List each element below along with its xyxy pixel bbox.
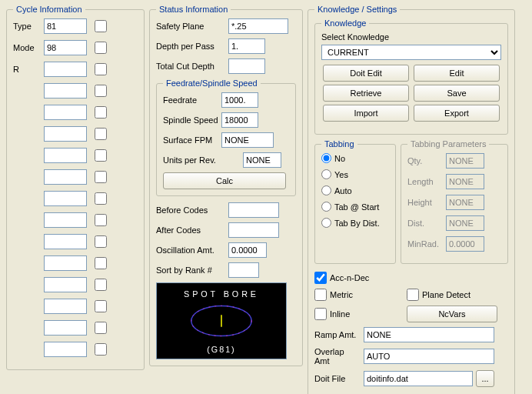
cycle-input-5[interactable]: [44, 105, 87, 120]
type-label: Type: [13, 22, 44, 31]
units-per-rev-input[interactable]: [243, 152, 281, 168]
length-input: [446, 174, 484, 189]
after-codes-label: After Codes: [156, 225, 225, 235]
units-per-rev-label: Units per Rev.: [163, 155, 240, 165]
doit-file-input[interactable]: [364, 371, 473, 386]
cycle-checkbox-16[interactable]: [95, 343, 107, 356]
cycle-input-10[interactable]: [44, 212, 87, 228]
height-label: Height: [407, 198, 446, 207]
after-codes-input[interactable]: [228, 222, 279, 238]
tabbing-start-radio[interactable]: [321, 202, 331, 212]
mode-input[interactable]: [44, 40, 87, 55]
ramp-amt-input[interactable]: [364, 327, 494, 342]
cycle-input-9[interactable]: [44, 191, 87, 206]
cycle-checkbox-5[interactable]: [95, 106, 107, 119]
doit-file-label: Doit File: [314, 374, 361, 383]
inline-checkbox[interactable]: [314, 308, 327, 320]
tabbing-auto-label: Auto: [334, 186, 352, 195]
type-input[interactable]: [44, 18, 87, 34]
knowledge-settings-group: Knowledge / Settings Knowledge Select Kn…: [308, 5, 515, 394]
cycle-input-12[interactable]: [44, 255, 87, 271]
tabbing-auto-radio[interactable]: [321, 185, 331, 195]
cycle-input-16[interactable]: [44, 342, 87, 357]
edit-button[interactable]: Edit: [414, 65, 500, 82]
cycle-information-legend: Cycle Information: [13, 5, 85, 14]
r-label: R: [13, 65, 44, 74]
tabbing-yes-radio[interactable]: [321, 169, 331, 179]
sort-by-rank-label: Sort by Rank #: [156, 265, 225, 275]
import-button[interactable]: Import: [323, 105, 409, 122]
doit-edit-button[interactable]: Doit Edit: [323, 65, 409, 82]
sort-by-rank-input[interactable]: [228, 262, 259, 278]
tabbing-yes-label: Yes: [334, 170, 348, 179]
cycle-checkbox-12[interactable]: [95, 257, 107, 269]
surface-fpm-input[interactable]: [221, 132, 274, 148]
depth-per-pass-input[interactable]: [228, 38, 265, 54]
surface-fpm-label: Surface FPM: [163, 135, 218, 145]
status-information-group: Status Information Safety Plane Depth pe…: [149, 5, 303, 366]
cycle-input-15[interactable]: [44, 320, 87, 336]
preview-text-1: SPOT BORE: [184, 289, 259, 299]
cycle-input-7[interactable]: [44, 148, 87, 163]
mode-checkbox[interactable]: [95, 42, 107, 54]
overlap-amt-label: Overlap Amt: [314, 347, 361, 366]
tabbing-no-radio[interactable]: [321, 153, 331, 163]
tabbing-legend: Tabbing: [321, 139, 357, 149]
cycle-input-4[interactable]: [44, 83, 87, 98]
inline-label: Inline: [330, 309, 404, 319]
cycle-checkbox-8[interactable]: [95, 171, 107, 183]
type-checkbox[interactable]: [95, 20, 107, 32]
export-button[interactable]: Export: [414, 105, 500, 122]
cycle-input-13[interactable]: [44, 277, 87, 292]
cycle-input-14[interactable]: [44, 299, 87, 314]
preview-text-2: (G81): [207, 345, 235, 354]
select-knowledge-label: Select Knowledge: [321, 32, 501, 42]
overlap-amt-input[interactable]: [364, 349, 494, 364]
cycle-checkbox-6[interactable]: [95, 128, 107, 140]
length-label: Length: [407, 177, 446, 186]
qty-label: Qty.: [407, 156, 446, 165]
cycle-checkbox-9[interactable]: [95, 192, 107, 205]
depth-per-pass-label: Depth per Pass: [156, 42, 225, 51]
safety-plane-input[interactable]: [228, 18, 288, 34]
cycle-input-11[interactable]: [44, 234, 87, 249]
cycle-checkbox-4[interactable]: [95, 85, 107, 97]
feedrate-input[interactable]: [221, 92, 258, 108]
cycle-input-8[interactable]: [44, 169, 87, 185]
cycle-checkbox-11[interactable]: [95, 235, 107, 248]
minrad-input: [446, 236, 484, 252]
knowledge-settings-legend: Knowledge / Settings: [314, 5, 400, 14]
tabbing-parameters-legend: Tabbing Parameters: [407, 139, 489, 149]
cycle-checkbox-15[interactable]: [95, 322, 107, 334]
plane-detect-checkbox[interactable]: [407, 289, 419, 301]
height-input: [446, 195, 484, 210]
save-button[interactable]: Save: [414, 85, 500, 102]
cycle-checkbox-10[interactable]: [95, 214, 107, 226]
metric-checkbox[interactable]: [314, 289, 327, 301]
cycle-checkbox-14[interactable]: [95, 300, 107, 312]
acc-n-dec-checkbox[interactable]: [314, 272, 327, 284]
doit-file-browse-button[interactable]: ...: [476, 370, 494, 387]
retrieve-button[interactable]: Retrieve: [323, 85, 409, 102]
calc-button[interactable]: Calc: [163, 172, 286, 189]
status-information-legend: Status Information: [156, 5, 231, 14]
cycle-input-6[interactable]: [44, 126, 87, 142]
knowledge-select[interactable]: CURRENT: [321, 45, 501, 60]
preview-panel: SPOT BORE (G81): [156, 282, 287, 359]
before-codes-input[interactable]: [228, 202, 279, 218]
ramp-amt-label: Ramp Amt.: [314, 330, 361, 339]
cycle-checkbox-13[interactable]: [95, 279, 107, 291]
cycle-checkbox-7[interactable]: [95, 149, 107, 162]
tabbing-start-label: Tab @ Start: [334, 202, 379, 212]
r-input[interactable]: [44, 62, 87, 77]
dist-input: [446, 215, 484, 231]
r-checkbox[interactable]: [95, 63, 107, 75]
spindle-speed-input[interactable]: [221, 112, 258, 128]
qty-input: [446, 153, 484, 169]
spindle-speed-label: Spindle Speed: [163, 115, 218, 125]
oscillation-input[interactable]: [228, 242, 267, 258]
total-cut-depth-input[interactable]: [228, 58, 265, 74]
before-codes-label: Before Codes: [156, 205, 225, 215]
ncvars-button[interactable]: NcVars: [407, 306, 497, 322]
tabbing-dist-radio[interactable]: [321, 218, 331, 228]
